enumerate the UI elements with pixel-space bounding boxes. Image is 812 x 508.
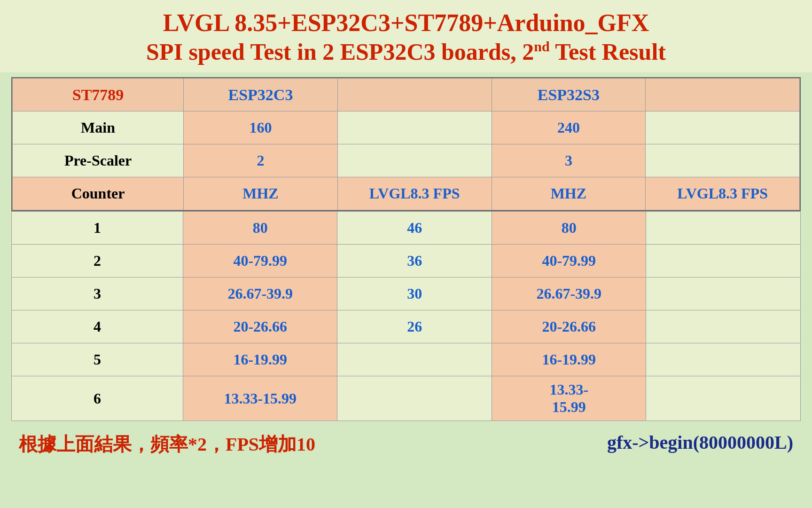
table-header-row: ST7789 ESP32C3 ESP32S3 bbox=[13, 79, 800, 111]
row-5-col-0: 5 bbox=[12, 343, 183, 376]
footer-left-text: 根據上面結果，頻率*2，FPS增加10 bbox=[19, 431, 315, 457]
table-row: 420-26.662620-26.66 bbox=[12, 310, 801, 343]
table-row: 326.67-39.93026.67-39.9 bbox=[12, 278, 801, 310]
prescaler-esp32s3-fps bbox=[646, 144, 800, 177]
table-row: 240-79.993640-79.99 bbox=[12, 245, 801, 278]
col-esp32c3-fps-header bbox=[337, 79, 492, 111]
row-2-col-0: 2 bbox=[12, 245, 183, 278]
row-1-col-2: 46 bbox=[337, 212, 492, 245]
prescaler-esp32c3-mhz: 2 bbox=[184, 144, 338, 177]
row-2-col-1: 40-79.99 bbox=[183, 245, 337, 278]
data-rows-table: 1804680240-79.993640-79.99326.67-39.9302… bbox=[11, 211, 801, 421]
col-esp32s3-fps-header bbox=[646, 79, 800, 111]
counter-fps-label-s3: LVGL8.3 FPS bbox=[646, 177, 800, 210]
data-table-container: ST7789 ESP32C3 ESP32S3 Main 160 240 Pre-… bbox=[11, 77, 801, 211]
row-3-col-0: 3 bbox=[12, 278, 183, 310]
counter-label: Counter bbox=[13, 177, 184, 210]
row-4-col-0: 4 bbox=[12, 310, 183, 343]
row-2-col-3: 40-79.99 bbox=[492, 245, 646, 278]
main-esp32s3-fps bbox=[646, 111, 800, 144]
row-1-col-0: 1 bbox=[12, 212, 183, 245]
col-esp32s3: ESP32S3 bbox=[492, 79, 646, 111]
row-5-col-1: 16-19.99 bbox=[183, 343, 337, 376]
title-line1: LVGL 8.35+ESP32C3+ST7789+Arduino_GFX bbox=[9, 8, 803, 38]
row-5-col-3: 16-19.99 bbox=[492, 343, 646, 376]
row-2-col-4 bbox=[646, 245, 801, 278]
row-1-col-4 bbox=[646, 212, 801, 245]
main-esp32c3-mhz: 160 bbox=[184, 111, 338, 144]
main-label: Main bbox=[13, 111, 184, 144]
footer-right-text: gfx->begin(80000000L) bbox=[607, 431, 793, 457]
col-st7789: ST7789 bbox=[13, 79, 184, 111]
table-row: 516-19.9916-19.99 bbox=[12, 343, 801, 376]
row-3-col-2: 30 bbox=[337, 278, 492, 310]
main-esp32c3-fps bbox=[337, 111, 492, 144]
row-6-col-4 bbox=[646, 376, 801, 421]
row-5-col-2 bbox=[337, 343, 492, 376]
title-line2: SPI speed Test in 2 ESP32C3 boards, 2nd … bbox=[9, 38, 803, 66]
table-row: 613.33-15.9913.33-15.99 bbox=[12, 376, 801, 421]
row-2-col-2: 36 bbox=[337, 245, 492, 278]
row-3-col-4 bbox=[646, 278, 801, 310]
row-4-col-1: 20-26.66 bbox=[183, 310, 337, 343]
row-1-col-3: 80 bbox=[492, 212, 646, 245]
prescaler-esp32s3-mhz: 3 bbox=[492, 144, 646, 177]
row-1-col-1: 80 bbox=[183, 212, 337, 245]
row-4-col-3: 20-26.66 bbox=[492, 310, 646, 343]
prescaler-row: Pre-Scaler 2 3 bbox=[13, 144, 800, 177]
row-3-col-1: 26.67-39.9 bbox=[183, 278, 337, 310]
row-6-col-1: 13.33-15.99 bbox=[183, 376, 337, 421]
footer: 根據上面結果，頻率*2，FPS增加10 gfx->begin(80000000L… bbox=[0, 424, 812, 457]
counter-mhz-label-c3: MHZ bbox=[184, 177, 338, 210]
row-3-col-3: 26.67-39.9 bbox=[492, 278, 646, 310]
main-esp32s3-mhz: 240 bbox=[492, 111, 646, 144]
table-row: 1804680 bbox=[12, 212, 801, 245]
col-esp32c3: ESP32C3 bbox=[184, 79, 338, 111]
row-4-col-4 bbox=[646, 310, 801, 343]
prescaler-label: Pre-Scaler bbox=[13, 144, 184, 177]
row-5-col-4 bbox=[646, 343, 801, 376]
counter-mhz-label-s3: MHZ bbox=[492, 177, 646, 210]
row-6-col-3: 13.33-15.99 bbox=[492, 376, 646, 421]
main-row: Main 160 240 bbox=[13, 111, 800, 144]
row-6-col-2 bbox=[337, 376, 492, 421]
row-6-col-0: 6 bbox=[12, 376, 183, 421]
page-header: LVGL 8.35+ESP32C3+ST7789+Arduino_GFX SPI… bbox=[0, 0, 812, 72]
counter-fps-label-c3: LVGL8.3 FPS bbox=[337, 177, 492, 210]
data-table: ST7789 ESP32C3 ESP32S3 Main 160 240 Pre-… bbox=[12, 78, 800, 210]
row-4-col-2: 26 bbox=[337, 310, 492, 343]
counter-header-row: Counter MHZ LVGL8.3 FPS MHZ LVGL8.3 FPS bbox=[13, 177, 800, 210]
prescaler-esp32c3-fps bbox=[337, 144, 492, 177]
